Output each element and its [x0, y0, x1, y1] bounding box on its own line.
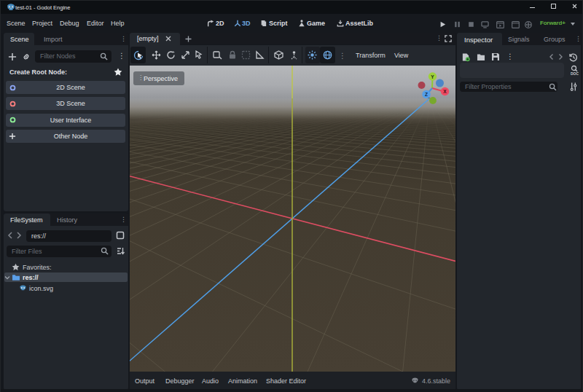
svg-text:DOC: DOC: [571, 71, 579, 76]
svg-text:X: X: [443, 89, 447, 94]
svg-text:Y: Y: [431, 74, 434, 79]
svg-text:Z: Z: [425, 92, 428, 97]
